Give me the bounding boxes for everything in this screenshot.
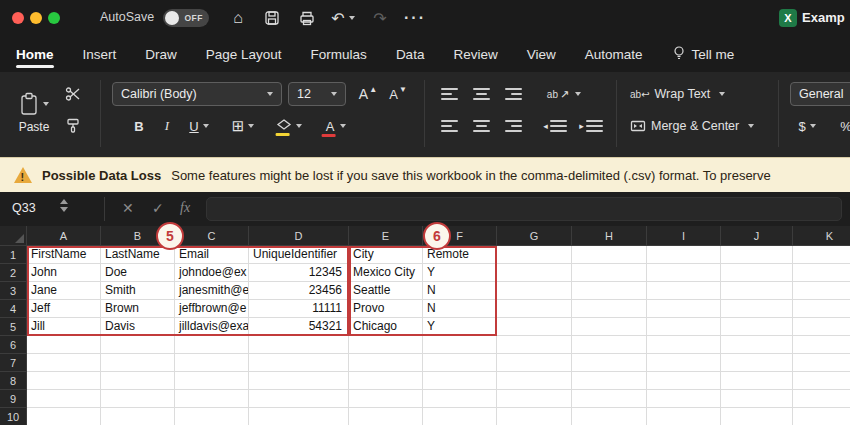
font-name-select[interactable]: Calibri (Body) bbox=[112, 82, 282, 106]
tab-data[interactable]: Data bbox=[396, 36, 425, 72]
cell-I3[interactable] bbox=[647, 282, 721, 300]
cell-C10[interactable] bbox=[175, 408, 249, 425]
cell-I2[interactable] bbox=[647, 264, 721, 282]
font-color-button[interactable]: A bbox=[316, 114, 354, 138]
row-header-1[interactable]: 1 bbox=[0, 246, 27, 264]
column-header-C[interactable]: C bbox=[175, 226, 249, 246]
cell-B10[interactable] bbox=[101, 408, 175, 425]
cell-K10[interactable] bbox=[793, 408, 850, 425]
cell-C5[interactable]: jilldavis@exa bbox=[175, 318, 249, 336]
cell-H5[interactable] bbox=[572, 318, 647, 336]
cell-F5[interactable]: Y bbox=[423, 318, 497, 336]
cell-J5[interactable] bbox=[721, 318, 793, 336]
cell-B2[interactable]: Doe bbox=[101, 264, 175, 282]
cell-I5[interactable] bbox=[647, 318, 721, 336]
cell-J1[interactable] bbox=[721, 246, 793, 264]
font-size-select[interactable]: 12 bbox=[288, 82, 346, 106]
cell-F4[interactable]: N bbox=[423, 300, 497, 318]
column-header-K[interactable]: K bbox=[793, 226, 850, 246]
row-header-10[interactable]: 10 bbox=[0, 408, 27, 425]
shrink-font-button[interactable]: A▼ bbox=[384, 82, 412, 106]
cell-K7[interactable] bbox=[793, 354, 850, 372]
cell-B6[interactable] bbox=[101, 336, 175, 354]
cell-K4[interactable] bbox=[793, 300, 850, 318]
increase-indent-button[interactable]: ▸ bbox=[576, 114, 606, 138]
align-left-button[interactable] bbox=[436, 114, 462, 138]
align-bottom-button[interactable] bbox=[500, 82, 526, 106]
cell-H3[interactable] bbox=[572, 282, 647, 300]
row-header-2[interactable]: 2 bbox=[0, 264, 27, 282]
column-header-B[interactable]: B bbox=[101, 226, 175, 246]
insert-function-icon[interactable]: fx bbox=[180, 200, 190, 216]
fill-color-button[interactable] bbox=[270, 114, 308, 138]
cell-I4[interactable] bbox=[647, 300, 721, 318]
cell-C1[interactable]: Email bbox=[175, 246, 249, 264]
cell-C8[interactable] bbox=[175, 372, 249, 390]
cell-E8[interactable] bbox=[349, 372, 423, 390]
cell-A9[interactable] bbox=[27, 390, 101, 408]
cell-J8[interactable] bbox=[721, 372, 793, 390]
cell-F9[interactable] bbox=[423, 390, 497, 408]
underline-button[interactable]: U bbox=[182, 114, 216, 138]
cell-C4[interactable]: jeffbrown@e bbox=[175, 300, 249, 318]
cell-J6[interactable] bbox=[721, 336, 793, 354]
cut-button[interactable] bbox=[60, 82, 86, 106]
column-header-E[interactable]: E bbox=[349, 226, 423, 246]
row-header-3[interactable]: 3 bbox=[0, 282, 27, 300]
close-button[interactable] bbox=[12, 12, 24, 24]
cell-D9[interactable] bbox=[249, 390, 349, 408]
cell-E3[interactable]: Seattle bbox=[349, 282, 423, 300]
cell-B8[interactable] bbox=[101, 372, 175, 390]
cell-G6[interactable] bbox=[497, 336, 572, 354]
cell-B9[interactable] bbox=[101, 390, 175, 408]
cell-E2[interactable]: Mexico City bbox=[349, 264, 423, 282]
row-header-4[interactable]: 4 bbox=[0, 300, 27, 318]
number-format-select[interactable]: General bbox=[790, 82, 850, 106]
cell-D10[interactable] bbox=[249, 408, 349, 425]
undo-button[interactable]: ↶ bbox=[328, 7, 358, 29]
align-top-button[interactable] bbox=[436, 82, 462, 106]
orientation-button[interactable]: ab ↗ bbox=[540, 82, 588, 106]
align-center-button[interactable] bbox=[468, 114, 494, 138]
cell-G2[interactable] bbox=[497, 264, 572, 282]
cell-I6[interactable] bbox=[647, 336, 721, 354]
tab-automate[interactable]: Automate bbox=[585, 36, 643, 72]
cell-A3[interactable]: Jane bbox=[27, 282, 101, 300]
cell-I7[interactable] bbox=[647, 354, 721, 372]
tab-view[interactable]: View bbox=[527, 36, 556, 72]
cell-D4[interactable]: 11111 bbox=[249, 300, 349, 318]
grow-font-button[interactable]: A▲ bbox=[354, 82, 382, 106]
cell-A2[interactable]: John bbox=[27, 264, 101, 282]
minimize-button[interactable] bbox=[30, 12, 42, 24]
align-right-button[interactable] bbox=[500, 114, 526, 138]
cell-K5[interactable] bbox=[793, 318, 850, 336]
cell-G9[interactable] bbox=[497, 390, 572, 408]
cell-B4[interactable]: Brown bbox=[101, 300, 175, 318]
cell-H7[interactable] bbox=[572, 354, 647, 372]
decrease-indent-button[interactable]: ◂ bbox=[540, 114, 570, 138]
cell-D5[interactable]: 54321 bbox=[249, 318, 349, 336]
cell-F6[interactable] bbox=[423, 336, 497, 354]
cell-J3[interactable] bbox=[721, 282, 793, 300]
print-icon[interactable] bbox=[294, 7, 318, 29]
cell-E9[interactable] bbox=[349, 390, 423, 408]
cell-D2[interactable]: 12345 bbox=[249, 264, 349, 282]
currency-button[interactable]: $ bbox=[792, 114, 822, 138]
tab-insert[interactable]: Insert bbox=[83, 36, 117, 72]
cell-J2[interactable] bbox=[721, 264, 793, 282]
cell-E4[interactable]: Provo bbox=[349, 300, 423, 318]
tab-review[interactable]: Review bbox=[453, 36, 497, 72]
cell-D8[interactable] bbox=[249, 372, 349, 390]
row-header-8[interactable]: 8 bbox=[0, 372, 27, 390]
cell-D7[interactable] bbox=[249, 354, 349, 372]
name-box[interactable]: Q33 bbox=[12, 201, 36, 215]
name-box-stepper[interactable] bbox=[60, 199, 68, 212]
enter-icon[interactable]: ✓ bbox=[152, 200, 164, 216]
cell-H8[interactable] bbox=[572, 372, 647, 390]
tab-page-layout[interactable]: Page Layout bbox=[206, 36, 282, 72]
cancel-icon[interactable]: ✕ bbox=[122, 200, 134, 216]
cell-H9[interactable] bbox=[572, 390, 647, 408]
format-painter-button[interactable] bbox=[60, 114, 86, 138]
formula-input[interactable] bbox=[206, 197, 842, 221]
cell-A1[interactable]: FirstName bbox=[27, 246, 101, 264]
